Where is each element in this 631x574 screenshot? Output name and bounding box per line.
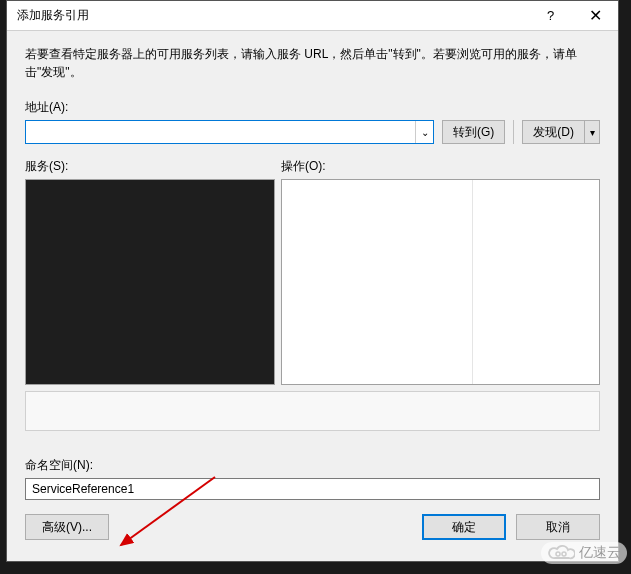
panels-row: 服务(S): 操作(O): (25, 158, 600, 385)
cloud-icon (547, 544, 575, 562)
dialog-title: 添加服务引用 (17, 7, 528, 24)
services-label: 服务(S): (25, 158, 275, 175)
go-button[interactable]: 转到(G) (442, 120, 505, 144)
status-bar (25, 391, 600, 431)
discover-dropdown-button[interactable]: ▾ (584, 120, 600, 144)
button-row: 高级(V)... 确定 取消 (25, 514, 600, 540)
address-combobox[interactable]: ⌄ (25, 120, 434, 144)
namespace-input[interactable] (25, 478, 600, 500)
svg-point-2 (562, 552, 566, 556)
services-list[interactable] (25, 179, 275, 385)
ok-button[interactable]: 确定 (422, 514, 506, 540)
operations-label: 操作(O): (281, 158, 600, 175)
dialog-body: 若要查看特定服务器上的可用服务列表，请输入服务 URL，然后单击"转到"。若要浏… (7, 31, 618, 561)
watermark: 亿速云 (541, 542, 627, 564)
main-buttons: 确定 取消 (422, 514, 600, 540)
discover-button[interactable]: 发现(D) (522, 120, 584, 144)
close-button[interactable]: ✕ (573, 1, 618, 31)
address-label: 地址(A): (25, 99, 600, 116)
help-button[interactable]: ? (528, 1, 573, 31)
address-row: ⌄ 转到(G) 发现(D) ▾ (25, 120, 600, 144)
operations-column: 操作(O): (281, 158, 600, 385)
separator (513, 120, 514, 144)
advanced-button[interactable]: 高级(V)... (25, 514, 109, 540)
watermark-text: 亿速云 (579, 544, 621, 562)
discover-button-group: 发现(D) ▾ (522, 120, 600, 144)
svg-point-1 (556, 552, 560, 556)
address-dropdown-icon[interactable]: ⌄ (415, 121, 433, 143)
titlebar: 添加服务引用 ? ✕ (7, 1, 618, 31)
instruction-text: 若要查看特定服务器上的可用服务列表，请输入服务 URL，然后单击"转到"。若要浏… (25, 45, 600, 81)
add-service-reference-dialog: 添加服务引用 ? ✕ 若要查看特定服务器上的可用服务列表，请输入服务 URL，然… (6, 0, 619, 562)
address-input[interactable] (30, 121, 411, 143)
namespace-label: 命名空间(N): (25, 457, 600, 474)
services-column: 服务(S): (25, 158, 275, 385)
cancel-button[interactable]: 取消 (516, 514, 600, 540)
operations-list[interactable] (281, 179, 600, 385)
